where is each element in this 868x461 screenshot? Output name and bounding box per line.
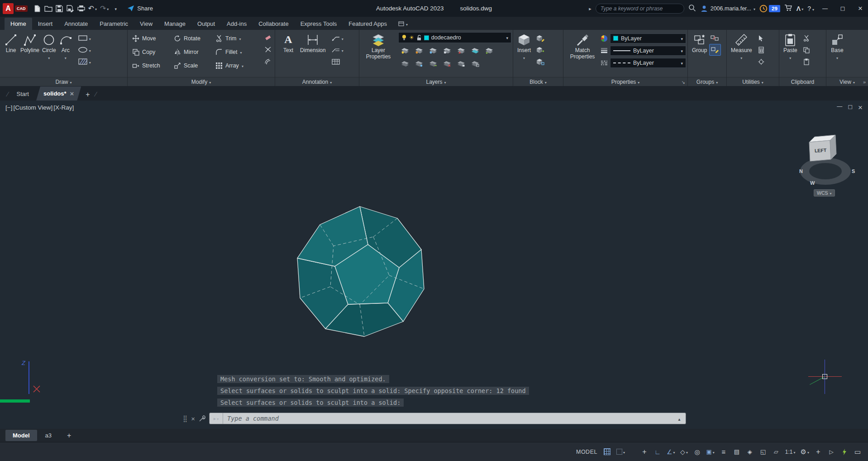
caret-down-icon[interactable] — [623, 448, 625, 455]
customize-wrench-icon[interactable] — [199, 415, 205, 422]
store-button[interactable] — [784, 4, 792, 13]
tab-annotate[interactable]: Annotate — [58, 18, 94, 30]
workspace-settings-button[interactable] — [799, 446, 811, 458]
viewcube[interactable]: N W S LEFT WCS — [796, 130, 857, 202]
plot-button[interactable] — [76, 3, 86, 14]
layer-dropdown-caret-icon[interactable] — [506, 34, 508, 41]
make-current-layer-button[interactable] — [454, 45, 467, 56]
tab-express-tools[interactable]: Express Tools — [295, 18, 343, 30]
layer-copy-objects-button[interactable] — [468, 58, 482, 69]
new-drawing-tab-button[interactable] — [81, 89, 94, 101]
tab-insert[interactable]: Insert — [32, 18, 59, 30]
graphics-performance-button[interactable] — [839, 446, 850, 458]
quick-calc-button[interactable] — [756, 44, 766, 56]
table-button[interactable] — [330, 56, 345, 67]
undo-dropdown-icon[interactable] — [95, 5, 97, 12]
close-tab-icon[interactable] — [70, 90, 74, 97]
ribbon-display-toggle[interactable] — [398, 20, 408, 30]
rotate-button[interactable]: Rotate — [172, 35, 214, 42]
command-input[interactable]: Type a command — [209, 413, 686, 424]
file-tab-start[interactable]: Start — [10, 87, 36, 101]
layer-previous-button[interactable] — [482, 45, 496, 56]
search-input[interactable] — [596, 4, 684, 14]
viewcube-north[interactable]: N — [799, 168, 803, 174]
viewcube-west[interactable]: W — [810, 180, 815, 186]
recent-commands-button[interactable] — [210, 413, 223, 424]
caret-down-icon[interactable] — [789, 55, 791, 61]
dimension-button[interactable]: Dimension — [299, 32, 327, 55]
help-button[interactable]: ? — [807, 5, 814, 12]
lineweight-icon[interactable] — [601, 48, 608, 53]
block-editor-button[interactable] — [535, 56, 546, 67]
panel-label-utilities[interactable]: Utilities — [727, 77, 779, 86]
infer-constraints-toggle[interactable] — [639, 446, 650, 458]
panel-label-modify[interactable]: Modify — [128, 77, 275, 86]
isodraft-toggle[interactable] — [678, 446, 690, 458]
id-point-button[interactable] — [756, 56, 766, 67]
viewport-visual-style-control[interactable]: [X-Ray] — [53, 104, 74, 111]
layer-properties-button[interactable]: Layer Properties — [362, 32, 395, 61]
layer-color-swatch[interactable] — [424, 35, 429, 40]
caret-down-icon[interactable] — [242, 62, 243, 69]
ortho-toggle[interactable] — [652, 446, 663, 458]
customization-button[interactable] — [812, 446, 824, 458]
panel-label-draw[interactable]: Draw — [0, 77, 127, 86]
command-history-expand-button[interactable] — [673, 415, 686, 422]
caret-down-icon[interactable] — [48, 55, 50, 61]
new-file-button[interactable] — [32, 3, 43, 14]
mirror-button[interactable]: Mirror — [172, 48, 214, 56]
measure-button[interactable]: Measure — [730, 32, 754, 62]
isolate-objects-button[interactable] — [825, 446, 837, 458]
quick-select-button[interactable] — [756, 32, 766, 44]
color-wheel-icon[interactable] — [601, 35, 608, 42]
dodecahedron-solid[interactable] — [291, 203, 429, 340]
layer-isolate-button[interactable] — [412, 45, 425, 56]
cut-button[interactable] — [801, 32, 811, 44]
paste-special-button[interactable] — [801, 56, 811, 67]
file-tab-solidos[interactable]: solidos* — [36, 86, 81, 101]
paste-button[interactable]: Paste — [782, 32, 799, 62]
tab-home[interactable]: Home — [5, 18, 32, 30]
arc-button[interactable]: Arc — [57, 32, 74, 62]
undo-button[interactable] — [87, 3, 98, 14]
caret-down-icon[interactable] — [686, 448, 688, 455]
clean-screen-button[interactable] — [852, 446, 863, 458]
offset-button[interactable] — [262, 55, 273, 67]
maximize-button[interactable] — [836, 0, 849, 17]
tab-collaborate[interactable]: Collaborate — [253, 18, 295, 30]
command-bar-close-icon[interactable] — [191, 415, 195, 423]
layer-merge-button[interactable] — [426, 58, 439, 69]
account-button[interactable]: 2006.maria.fer... — [700, 5, 755, 13]
osnap-tracking-toggle[interactable] — [692, 446, 703, 458]
save-as-button[interactable] — [65, 3, 76, 14]
osnap-toggle[interactable] — [705, 446, 716, 458]
layer-lock-button[interactable] — [440, 45, 453, 56]
viewcube-south[interactable]: S — [852, 168, 855, 174]
viewcube-face-label[interactable]: LEFT — [815, 147, 827, 153]
caret-down-icon[interactable] — [836, 55, 838, 61]
layer-match-button[interactable] — [468, 45, 482, 56]
caret-down-icon[interactable] — [740, 55, 742, 61]
viewport-minimize-control[interactable]: [−] — [5, 104, 12, 111]
trim-button[interactable]: Trim — [214, 35, 262, 42]
match-properties-button[interactable]: Match Properties — [566, 32, 599, 61]
array-button[interactable]: Array — [214, 62, 262, 69]
circle-button[interactable]: Circle — [41, 32, 57, 62]
move-button[interactable]: Move — [130, 35, 172, 42]
text-button[interactable]: Text — [278, 32, 299, 55]
create-block-button[interactable] — [535, 32, 546, 44]
layer-vpfreeze-button[interactable] — [412, 58, 425, 69]
panel-label-clipboard[interactable]: Clipboard — [779, 77, 826, 86]
save-button[interactable] — [54, 3, 65, 14]
rectangle-button[interactable] — [76, 32, 92, 44]
open-file-button[interactable] — [43, 3, 54, 14]
ungroup-button[interactable] — [709, 32, 721, 44]
panel-label-groups[interactable]: Groups — [688, 77, 726, 86]
linetype-icon[interactable] — [601, 60, 608, 66]
dialog-launcher-icon[interactable] — [682, 79, 685, 85]
model-space-toggle[interactable]: MODEL — [573, 446, 600, 458]
trial-timer-button[interactable]: 29 — [759, 5, 780, 13]
snap-toggle[interactable] — [615, 446, 627, 458]
copy-clip-button[interactable] — [801, 44, 811, 56]
layout-tab-a3[interactable]: a3 — [38, 430, 59, 441]
